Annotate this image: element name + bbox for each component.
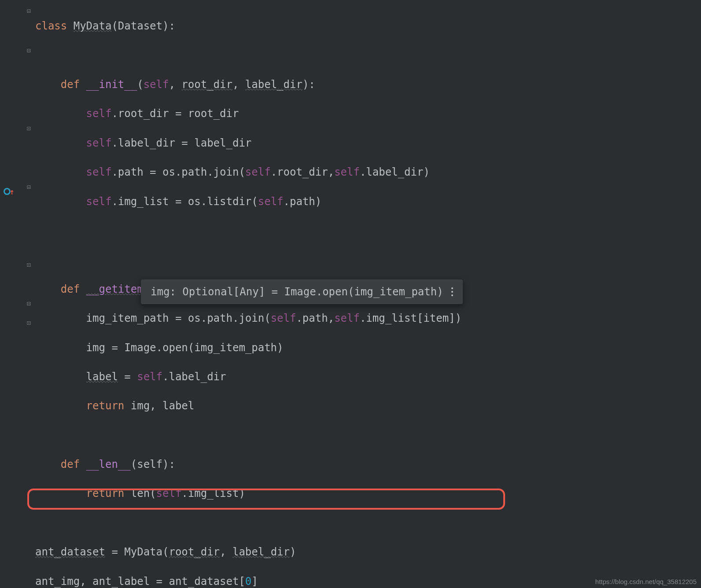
- code-text: img, label: [124, 400, 194, 412]
- code-text: .label_dir = label_dir: [111, 137, 251, 149]
- code-text: .root_dir = root_dir: [111, 107, 239, 120]
- code-text: ]: [251, 575, 258, 588]
- gutter: ↑: [0, 0, 35, 588]
- self-ref: self: [245, 166, 271, 178]
- self-ref: self: [137, 371, 162, 383]
- fold-icon[interactable]: [26, 301, 32, 307]
- number-literal: 0: [245, 575, 251, 588]
- keyword-def: def: [61, 458, 80, 470]
- code-text: = MyData(: [105, 546, 169, 558]
- var-ant-dataset: ant_dataset: [35, 546, 105, 558]
- keyword-def: def: [61, 283, 80, 295]
- code-text: ): [290, 546, 296, 558]
- keyword-class: class: [35, 20, 67, 32]
- self-ref: self: [271, 312, 296, 324]
- code-text: len(: [124, 487, 156, 500]
- code-text: img = Image.open(img_item_path): [86, 342, 284, 354]
- fold-icon[interactable]: [26, 184, 32, 190]
- param-label-dir: label_dir: [245, 78, 303, 91]
- tooltip-text: img: Optional[Any] = Image.open(img_item…: [151, 286, 443, 298]
- arg-label-dir: label_dir: [232, 546, 290, 558]
- code-text: img_item_path = os.path.join(: [86, 312, 271, 324]
- self-ref: self: [156, 487, 182, 500]
- code-text: ant_img, ant_label = ant_dataset[: [35, 575, 245, 588]
- code-text: .img_list): [181, 487, 245, 500]
- code-text: .path = os.path.join(: [111, 166, 245, 178]
- code-text: .label_dir: [162, 371, 226, 383]
- code-text: ,: [220, 546, 232, 558]
- fold-icon[interactable]: [26, 320, 32, 326]
- code-text: =: [118, 371, 137, 383]
- self-ref: self: [258, 195, 284, 208]
- code-text: .img_list[item]): [360, 312, 461, 324]
- param-self: self: [144, 78, 169, 91]
- method-init: __init__: [86, 78, 137, 91]
- keyword-return: return: [86, 487, 125, 500]
- fold-icon[interactable]: [26, 8, 32, 14]
- code-text: .img_list = os.listdir(: [111, 195, 258, 208]
- param-root-dir: root_dir: [181, 78, 232, 91]
- self-ref: self: [86, 137, 112, 149]
- self-ref: self: [86, 107, 112, 120]
- fold-icon[interactable]: [26, 48, 32, 54]
- code-text: (self):: [131, 458, 175, 470]
- code-text: .root_dir,: [271, 166, 335, 178]
- code-text: .path): [284, 195, 322, 208]
- code-text: .label_dir): [360, 166, 430, 178]
- more-icon[interactable]: [451, 287, 453, 296]
- fold-icon[interactable]: [26, 262, 32, 268]
- class-name: MyData: [74, 20, 112, 32]
- self-ref: self: [334, 312, 360, 324]
- method-len: __len__: [86, 458, 131, 470]
- keyword-return: return: [86, 400, 125, 412]
- type-hint-tooltip: img: Optional[Any] = Image.open(img_item…: [141, 279, 463, 304]
- self-ref: self: [334, 166, 360, 178]
- keyword-def: def: [61, 78, 80, 91]
- arg-root-dir: root_dir: [169, 546, 220, 558]
- code-text: .path,: [296, 312, 334, 324]
- code-editor[interactable]: ↑ class MyData(Dataset): def __init__(se…: [0, 0, 701, 588]
- watermark: https://blog.csdn.net/qq_35812205: [595, 578, 697, 585]
- override-icon[interactable]: ↑: [4, 185, 16, 197]
- var-label: label: [86, 371, 118, 383]
- fold-icon[interactable]: [26, 125, 32, 132]
- self-ref: self: [86, 195, 112, 208]
- self-ref: self: [86, 166, 112, 178]
- base-class: Dataset: [118, 20, 162, 32]
